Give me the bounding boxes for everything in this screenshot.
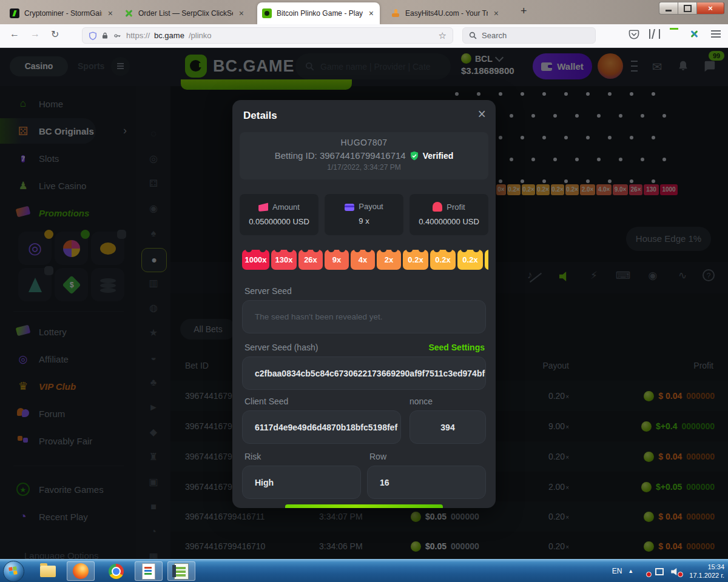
window-controls: × <box>659 2 724 15</box>
chrome-icon <box>109 564 124 579</box>
close-window-button[interactable]: × <box>696 2 724 15</box>
minimize-icon <box>666 10 672 12</box>
bookmark-star-icon[interactable]: ☆ <box>439 30 447 41</box>
multiplier-chip: 26x <box>298 250 323 270</box>
tab-title: Cryptominer - StormGain <box>24 9 102 18</box>
system-tray: EN ▲ 15:34 17.1.2022 г. <box>612 560 724 582</box>
server-seed-hash-field[interactable]: c2fbaa0834cb5c84c6730622173669290af9f751… <box>242 356 486 390</box>
browser-tab-bar: Cryptominer - StormGain × Order List — S… <box>0 0 728 24</box>
multiplier-chip: 0.2x <box>430 250 456 270</box>
library-icon[interactable] <box>649 29 660 41</box>
action-center-icon[interactable] <box>639 567 649 575</box>
x-icon <box>689 29 699 39</box>
server-seed-placeholder: The seed hasn't been revealed yet. <box>255 312 382 321</box>
taskbar-chrome[interactable] <box>102 561 130 581</box>
seed-settings-link[interactable]: Seed Settings <box>428 343 485 352</box>
multiplier-chip: 4x <box>351 250 375 270</box>
tab-close-icon[interactable]: × <box>493 8 500 18</box>
clock-date: 17.1.2022 г. <box>689 571 724 580</box>
stormgain-favicon <box>10 8 19 18</box>
multiplier-chip: 0.2x <box>457 250 483 270</box>
taskbar-firefox-active[interactable] <box>67 561 95 581</box>
browser-tab-plinko-active[interactable]: Bitcoin Plinko Game - Play Plink × <box>257 2 380 24</box>
back-button[interactable]: ← <box>10 28 19 39</box>
pocket-icon[interactable] <box>629 29 639 40</box>
row-field[interactable]: 16 <box>367 466 486 499</box>
multiplier-chip: 0.2x <box>403 250 428 270</box>
risk-value: High <box>255 478 274 487</box>
taskbar-explorer[interactable] <box>34 561 62 581</box>
nonce-field[interactable]: 394 <box>410 410 486 444</box>
reload-button[interactable]: ↻ <box>51 28 59 40</box>
key-icon <box>113 32 122 39</box>
url-host: bc.game <box>154 31 184 40</box>
taskbar-document-app[interactable] <box>135 561 163 581</box>
row-label: Row <box>369 452 386 461</box>
volume-muted-icon[interactable] <box>671 567 681 575</box>
risk-field[interactable]: High <box>242 466 361 499</box>
hamburger-icon <box>711 33 721 35</box>
multiplier-chip-row: 1000x130x26x9x4x2x0.2x0.2x0.2x0.2x <box>242 250 488 270</box>
stat-value: 0.05000000 USD <box>240 217 318 226</box>
close-icon[interactable]: × <box>478 106 486 122</box>
clock-time: 15:34 <box>689 563 724 571</box>
screen: Casino Sports BC.GAME Game name | Provid… <box>0 0 728 582</box>
close-icon: × <box>708 4 713 13</box>
shield-permissions-icon <box>89 31 97 41</box>
stat-card-profit: Profit 0.40000000 USD <box>410 194 488 235</box>
url-bar[interactable]: https://bc.game/plinko ☆ <box>82 27 453 44</box>
folder-icon <box>40 566 56 577</box>
multiplier-chip: 1000x <box>242 250 269 270</box>
profit-icon <box>433 202 442 212</box>
multiplier-chip: 2x <box>377 250 401 270</box>
stat-label: Profit <box>447 202 465 212</box>
stat-label: Amount <box>272 202 300 212</box>
lock-icon <box>101 32 109 40</box>
menu-button[interactable] <box>711 26 721 37</box>
tab-close-icon[interactable]: × <box>107 8 114 18</box>
new-tab-button[interactable]: + <box>521 5 527 18</box>
betting-id: Betting ID: 39674416799416714 <box>275 150 406 161</box>
taskbar-clock[interactable]: 15:34 17.1.2022 г. <box>689 563 724 580</box>
multiplier-chip: 0.2x <box>485 250 488 270</box>
client-seed-field[interactable]: 6117d4e9e49d6d4870b18bfc5198fef <box>242 410 401 444</box>
search-placeholder: Search <box>482 31 507 40</box>
browser-tab-stormgain[interactable]: Cryptominer - StormGain × <box>5 2 119 24</box>
browser-tab-serpclix[interactable]: Order List — SerpClix ClickSense × <box>119 2 250 24</box>
stat-value: 0.40000000 USD <box>410 217 488 226</box>
server-seed-field[interactable]: The seed hasn't been revealed yet. <box>242 300 486 333</box>
stat-value: 9 x <box>325 216 403 226</box>
document-icon <box>142 563 155 580</box>
stat-label: Payout <box>359 202 383 211</box>
tab-close-icon[interactable]: × <box>368 8 375 18</box>
maximize-button[interactable] <box>678 2 696 15</box>
library-bars <box>649 29 660 39</box>
serpclix-favicon <box>124 8 133 18</box>
amount-icon <box>258 202 268 212</box>
search-icon <box>469 32 477 39</box>
tab-close-icon[interactable]: × <box>238 8 245 18</box>
server-seed-hash-value: c2fbaa0834cb5c84c6730622173669290af9f751… <box>255 369 485 378</box>
easyhits-favicon <box>391 8 400 18</box>
browser-nav-bar: ← → ↻ https://bc.game/plinko ☆ Search <box>0 24 728 48</box>
row-value: 16 <box>380 478 389 487</box>
browser-search-input[interactable]: Search <box>462 27 596 44</box>
bc-game-favicon <box>262 8 272 18</box>
browser-tab-easyhits[interactable]: EasyHits4U.com - Your Traffic E × <box>386 2 505 24</box>
tray-expand-icon[interactable]: ▲ <box>628 568 633 574</box>
stat-card-payout: Payout 9 x <box>325 194 403 235</box>
verify-button-edge[interactable] <box>285 504 443 508</box>
server-seed-hash-label: Server Seed (hash) <box>244 343 318 352</box>
client-seed-value: 6117d4e9e49d6d4870b18bfc5198fef <box>255 423 397 432</box>
server-seed-label: Server Seed <box>244 286 292 296</box>
bet-datetime: 1/17/2022, 3:34:27 PM <box>240 163 488 172</box>
serpclix-extension-icon[interactable] <box>689 29 699 41</box>
username: HUGO7807 <box>240 138 488 147</box>
network-icon[interactable] <box>655 567 665 575</box>
taskbar-spreadsheet-app[interactable] <box>167 561 195 581</box>
forward-button[interactable]: → <box>30 28 40 39</box>
language-indicator[interactable]: EN <box>612 567 622 575</box>
minimize-button[interactable] <box>659 2 678 15</box>
client-seed-label: Client Seed <box>244 396 288 406</box>
start-button[interactable] <box>3 561 24 582</box>
